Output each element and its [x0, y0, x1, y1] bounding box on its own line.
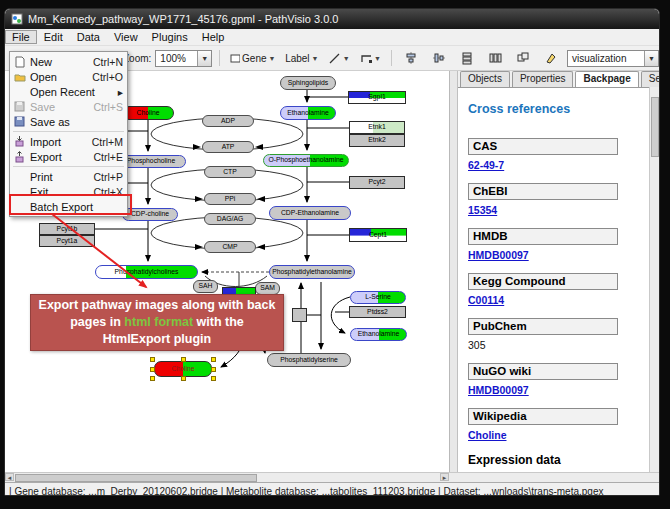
menu-data[interactable]: Data: [70, 30, 107, 44]
pathway-node-phosphatidylcholines[interactable]: Phosphatidylcholines: [95, 265, 198, 279]
pathway-node-cdp-choline[interactable]: CDP-choline: [122, 208, 178, 221]
pathway-node-ppi[interactable]: PPi: [204, 193, 256, 205]
scroll-left-icon[interactable]: ◄: [5, 473, 14, 481]
pathway-node-dag-ag[interactable]: DAG/AG: [204, 213, 256, 225]
pathway-node-pcyt2[interactable]: Pcyt2: [349, 176, 405, 189]
xref-link[interactable]: 15354: [468, 204, 649, 216]
stack-vertical-button[interactable]: [455, 48, 479, 68]
panel-vertical-scrollbar[interactable]: [649, 87, 659, 472]
pathway-node-cmp[interactable]: CMP: [204, 241, 256, 253]
file-menu-open-recent[interactable]: Open Recent▸: [10, 84, 127, 99]
align-center-button[interactable]: [399, 48, 423, 68]
screenshot-root: { "window": { "title": "Mm_Kennedy_pathw…: [0, 0, 670, 509]
menu-file[interactable]: File: [5, 30, 37, 44]
xref-link[interactable]: Choline: [468, 429, 649, 441]
scrollbar-thumb[interactable]: [15, 474, 257, 482]
new-gene-button[interactable]: Gene▼: [227, 48, 278, 68]
visualization-dropdown-icon[interactable]: ▼: [644, 51, 658, 66]
tab-search[interactable]: Search: [641, 71, 659, 87]
xref-link[interactable]: 62-49-7: [468, 159, 649, 171]
file-menu-import[interactable]: ImportCtrl+M: [10, 134, 127, 149]
selection-handle[interactable]: [211, 376, 216, 381]
pathway-node-phosphatidylethanolamine[interactable]: Phosphatidylethanolamine: [269, 265, 355, 279]
file-menu-exit[interactable]: ExitCtrl+X: [10, 184, 127, 199]
scroll-right-icon[interactable]: ►: [440, 473, 449, 481]
pathway-node-ethanolamine-top[interactable]: Ethanolamine: [280, 106, 336, 120]
new-label-button[interactable]: Label▼: [283, 48, 322, 68]
pathway-node-sgpl1[interactable]: Sgpl1: [348, 91, 406, 104]
xref-link[interactable]: C00114: [468, 294, 649, 306]
horizontal-scrollbar[interactable]: ◄ ►: [5, 472, 659, 482]
file-menu-export[interactable]: ExportCtrl+E: [10, 149, 127, 164]
scrollbar-thumb[interactable]: [651, 97, 659, 157]
menu-separator: [13, 131, 124, 132]
pathway-node-l-serine[interactable]: L-Serine: [350, 291, 406, 304]
pathway-node-adp[interactable]: ADP: [202, 115, 254, 127]
pathway-node-atp[interactable]: ATP: [202, 141, 254, 153]
status-text: | Gene database: ...m_Derby_20120602.bri…: [9, 486, 603, 497]
file-menu-save-as[interactable]: Save as: [10, 114, 127, 129]
line-tool-button[interactable]: ▼: [325, 48, 352, 68]
selection-handle[interactable]: [211, 357, 216, 362]
menu-help[interactable]: Help: [195, 30, 232, 44]
file-menu-new[interactable]: NewCtrl+N: [10, 54, 127, 69]
zoom-dropdown-icon[interactable]: ▼: [197, 51, 211, 66]
pathway-node-cept1[interactable]: Cept1: [349, 228, 407, 242]
pathway-node-choline-selected[interactable]: Choline: [154, 361, 212, 377]
pathway-node-etnk1[interactable]: Etnk1: [349, 121, 405, 134]
selection-handle[interactable]: [211, 367, 216, 372]
pathway-node-ptdss2[interactable]: Ptdss2: [349, 306, 406, 318]
import-icon: [13, 136, 26, 148]
section-header: PubChem: [468, 318, 618, 335]
visualization-combobox[interactable]: visualization ▼: [567, 50, 659, 67]
pathway-node-phosphatidylserine[interactable]: Phosphatidylserine: [267, 353, 351, 367]
new-document-icon: [13, 56, 26, 68]
pathway-node-sah[interactable]: SAH: [193, 280, 218, 293]
xref-link[interactable]: HMDB00097: [468, 384, 649, 396]
pathway-node-o-phosphoethanolamine[interactable]: O-Phosphoethanolamine: [263, 154, 349, 167]
expression-data-title: Expression data: [468, 453, 649, 467]
title-bar[interactable]: Mm_Kennedy_pathway_WP1771_45176.gpml - P…: [5, 9, 659, 29]
xref-link[interactable]: HMDB00097: [468, 249, 649, 261]
pathway-node-ctp[interactable]: CTP: [204, 166, 256, 178]
side-panel-tabs: Objects Properties Backpage Search Legen…: [458, 71, 659, 88]
save-as-icon: [13, 116, 26, 128]
pathway-node-sphingolipids[interactable]: Sphingolipids: [280, 76, 336, 90]
pathway-node-pcyt1a[interactable]: Pcyt1a: [39, 235, 95, 247]
tab-objects[interactable]: Objects: [460, 71, 510, 87]
selection-handle[interactable]: [150, 367, 155, 372]
section-header: Wikipedia: [468, 408, 618, 425]
menu-edit[interactable]: Edit: [37, 30, 70, 44]
annotation-callout: Export pathway images along with back pa…: [30, 294, 284, 351]
annotation-highlight: html format: [124, 315, 193, 329]
file-menu-batch-export[interactable]: Batch Export: [10, 199, 127, 214]
menu-view[interactable]: View: [107, 30, 145, 44]
pathway-node-cdp-ethanolamine[interactable]: CDP-Ethanolamine: [269, 206, 351, 220]
pathway-node-etnk2[interactable]: Etnk2: [349, 134, 405, 147]
highlight-icon: [544, 51, 558, 65]
stack-horizontal-button[interactable]: [483, 48, 507, 68]
xref-section-chebi: ChEBI 15354: [468, 183, 649, 216]
align-middle-button[interactable]: [427, 48, 451, 68]
file-menu-print[interactable]: PrintCtrl+P: [10, 169, 127, 184]
selection-handle[interactable]: [181, 376, 186, 381]
window-title: Mm_Kennedy_pathway_WP1771_45176.gpml - P…: [28, 13, 338, 25]
side-panel: Objects Properties Backpage Search Legen…: [458, 71, 659, 472]
pathway-node-ethanolamine-bottom[interactable]: Ethanolamine: [350, 328, 407, 341]
connector-tool-button[interactable]: ▼: [357, 48, 384, 68]
zoom-combobox[interactable]: 100% ▼: [155, 50, 212, 67]
pathway-node-pcyt1b[interactable]: Pcyt1b: [39, 223, 95, 235]
selection-handle[interactable]: [150, 376, 155, 381]
common-size-button[interactable]: [511, 48, 535, 68]
file-menu-save[interactable]: SaveCtrl+S: [10, 99, 127, 114]
menu-plugins[interactable]: Plugins: [145, 30, 195, 44]
tab-backpage[interactable]: Backpage: [575, 71, 638, 87]
pathway-node-choline-top[interactable]: Choline: [122, 106, 174, 120]
panel-splitter[interactable]: [450, 71, 458, 472]
pathway-node-pisd[interactable]: [292, 308, 307, 322]
file-menu-open[interactable]: OpenCtrl+O: [10, 69, 127, 84]
selection-handle[interactable]: [181, 357, 186, 362]
highlight-button[interactable]: [539, 48, 563, 68]
selection-handle[interactable]: [150, 357, 155, 362]
tab-properties[interactable]: Properties: [512, 71, 574, 87]
